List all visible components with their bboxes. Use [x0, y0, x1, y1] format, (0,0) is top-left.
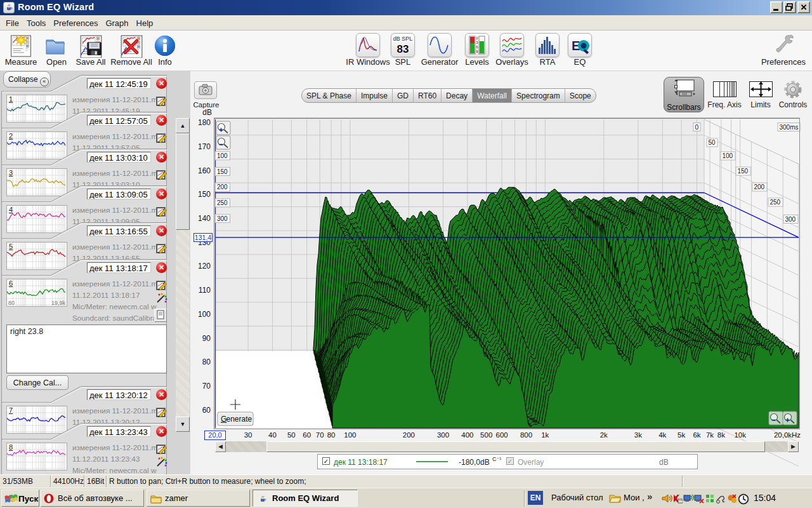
- svg-text:250: 250: [217, 199, 228, 206]
- svg-text:150: 150: [738, 168, 749, 175]
- svg-text:50: 50: [709, 139, 716, 146]
- svg-text:200: 200: [754, 184, 765, 190]
- svg-text:250: 250: [770, 199, 781, 206]
- svg-text:9: 9: [476, 50, 478, 53]
- svg-text:100: 100: [217, 152, 228, 159]
- svg-text:300ms: 300ms: [780, 124, 799, 131]
- svg-text:200: 200: [217, 184, 228, 190]
- svg-text:0: 0: [476, 36, 478, 40]
- svg-text:6: 6: [476, 45, 478, 49]
- svg-text:150: 150: [217, 168, 228, 175]
- svg-text:0: 0: [695, 124, 699, 131]
- svg-text:83: 83: [397, 43, 409, 55]
- svg-text:enerate: enerate: [226, 415, 252, 424]
- svg-text:300: 300: [217, 215, 228, 222]
- svg-text:100: 100: [723, 152, 733, 159]
- svg-text:300: 300: [785, 216, 796, 223]
- svg-text:3: 3: [476, 41, 478, 44]
- svg-text:dB SPL: dB SPL: [393, 36, 413, 42]
